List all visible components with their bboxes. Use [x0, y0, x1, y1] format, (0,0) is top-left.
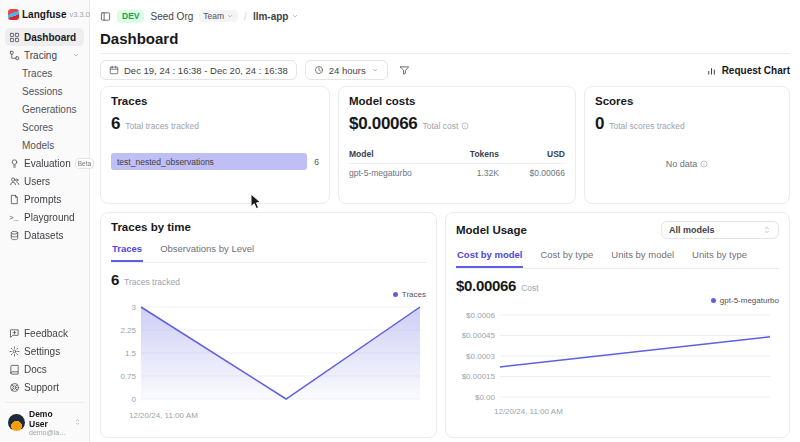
tab-cost-by-type[interactable]: Cost by type: [539, 245, 594, 268]
sidebar-item-scores[interactable]: Scores: [5, 118, 84, 136]
svg-text:$0.00: $0.00: [475, 393, 496, 402]
card-title: Traces by time: [111, 221, 426, 233]
card-title: Traces: [111, 95, 319, 107]
org-plan-badge[interactable]: Team: [199, 10, 238, 22]
kpi-card-row: Traces 6 Total traces tracked test_neste…: [100, 86, 790, 204]
org-name[interactable]: Seed Org: [150, 11, 193, 22]
breadcrumb-separator: /: [244, 11, 247, 22]
user-menu[interactable]: Demo User demo@langfuse.c...: [5, 402, 84, 436]
sidebar-item-generations[interactable]: Generations: [5, 100, 84, 118]
chevron-down-icon: [291, 12, 299, 20]
bar-chart-icon: [706, 65, 717, 76]
project-switcher[interactable]: llm-app: [253, 11, 300, 22]
svg-text:12/20/24, 11:00 AM: 12/20/24, 11:00 AM: [494, 407, 563, 416]
filter-button[interactable]: [396, 62, 413, 79]
book-icon: [9, 364, 20, 375]
sidebar-item-playground[interactable]: >_ Playground: [5, 209, 84, 227]
scores-total: 0: [595, 114, 604, 134]
lightbulb-icon: [9, 158, 20, 169]
no-data-message: No data: [585, 159, 789, 169]
card-title: Model Usage: [456, 224, 527, 236]
sidebar-item-users[interactable]: Users: [5, 173, 84, 191]
avatar: [8, 414, 25, 431]
info-icon: [700, 160, 708, 168]
chart-card-row: Traces by time Traces Observations by Le…: [100, 212, 790, 438]
model-costs-card: Model costs $0.00066 Total cost Model To…: [338, 86, 576, 204]
page-title: Dashboard: [100, 30, 790, 47]
model-name-cell: gpt-5-megaturbo: [349, 168, 437, 178]
date-range-picker[interactable]: Dec 19, 24 : 16:38 - Dec 20, 24 : 16:38: [100, 60, 297, 80]
sidebar-item-datasets[interactable]: Datasets: [5, 227, 84, 245]
tab-units-by-type[interactable]: Units by type: [691, 245, 748, 268]
model-usage-chart: $0.00$0.00015$0.0003$0.00045$0.000612/20…: [456, 305, 778, 417]
svg-text:$0.00015: $0.00015: [462, 372, 496, 381]
scores-card: Scores 0 Total scores tracked No data: [584, 86, 790, 204]
lifebuoy-icon: [9, 382, 20, 393]
request-chart-button[interactable]: Request Chart: [706, 65, 790, 76]
beta-badge: Beta: [75, 158, 94, 170]
tab-observations-by-level[interactable]: Observations by Level: [159, 239, 255, 262]
sidebar-item-settings[interactable]: Settings: [5, 343, 84, 361]
traces-card: Traces 6 Total traces tracked test_neste…: [100, 86, 330, 204]
sidebar-item-feedback[interactable]: Feedback: [5, 325, 84, 343]
sidebar-item-tracing[interactable]: Tracing: [5, 46, 84, 64]
traces-by-time-card: Traces by time Traces Observations by Le…: [100, 212, 437, 438]
sidebar-item-models[interactable]: Models: [5, 136, 84, 154]
svg-text:$0.00045: $0.00045: [462, 331, 496, 340]
model-usage-card: Model Usage All models Cost by model Cos…: [445, 212, 790, 438]
svg-text:12/20/24, 11:00 AM: 12/20/24, 11:00 AM: [129, 411, 198, 420]
gear-icon: [9, 346, 20, 357]
sidebar: Langfuse v3.3.0 Dashboard Tracing Traces…: [0, 0, 90, 442]
traces-by-time-chart: 00.751.52.25312/20/24, 11:00 AM: [111, 299, 425, 421]
tab-units-by-model[interactable]: Units by model: [610, 245, 675, 268]
sidebar-item-docs[interactable]: Docs: [5, 361, 84, 379]
model-costs-table: Model Tokens USD gpt-5-megaturbo 1.32K $…: [349, 145, 565, 182]
sidebar-item-dashboard[interactable]: Dashboard: [5, 28, 84, 46]
usd-cell: $0.00066: [499, 168, 565, 178]
traces-by-time-tabs: Traces Observations by Level: [111, 239, 426, 263]
time-window-select[interactable]: 24 hours: [305, 60, 388, 80]
table-row: gpt-5-megaturbo 1.32K $0.00066: [349, 164, 565, 182]
legend-dot: [393, 292, 398, 297]
file-icon: [9, 194, 20, 205]
model-filter-select[interactable]: All models: [661, 221, 779, 239]
tokens-cell: 1.32K: [437, 168, 499, 178]
svg-text:$0.0006: $0.0006: [466, 311, 495, 320]
chart-legend: gpt-5-megaturbo: [456, 296, 779, 305]
sidebar-item-support[interactable]: Support: [5, 379, 84, 397]
cost-value: $0.00066: [456, 277, 516, 294]
total-cost: $0.00066: [349, 114, 418, 134]
app-name: Langfuse: [22, 9, 66, 20]
sidebar-toggle-icon[interactable]: [100, 11, 111, 22]
app-logo[interactable]: Langfuse v3.3.0: [5, 7, 84, 28]
database-icon: [9, 230, 20, 241]
sidebar-item-traces[interactable]: Traces: [5, 64, 84, 82]
env-badge: DEV: [117, 10, 144, 23]
svg-text:2.25: 2.25: [120, 326, 136, 335]
message-plus-icon: [9, 328, 20, 339]
sidebar-item-sessions[interactable]: Sessions: [5, 82, 84, 100]
traces-total: 6: [111, 114, 120, 134]
main-content: DEV Seed Org Team / llm-app Dashboard De…: [90, 0, 800, 438]
trace-name-bar[interactable]: test_nested_observations: [111, 153, 307, 170]
filter-bar: Dec 19, 24 : 16:38 - Dec 20, 24 : 16:38 …: [100, 60, 790, 80]
trace-name-bar-row: test_nested_observations 6: [111, 153, 319, 170]
sidebar-item-evaluation[interactable]: Evaluation Beta: [5, 154, 84, 173]
langfuse-logo-icon: [8, 9, 19, 20]
model-usage-tabs: Cost by model Cost by type Units by mode…: [456, 245, 779, 269]
topbar: DEV Seed Org Team / llm-app: [100, 6, 790, 26]
funnel-icon: [399, 65, 410, 76]
tab-cost-by-model[interactable]: Cost by model: [456, 245, 523, 268]
chevrons-up-down-icon: [74, 418, 81, 426]
chevrons-up-down-icon: [763, 226, 771, 234]
svg-text:$0.0003: $0.0003: [466, 352, 495, 361]
card-title: Scores: [595, 95, 779, 107]
app-version: v3.3.0: [69, 10, 89, 19]
info-icon: [461, 122, 469, 130]
tab-traces[interactable]: Traces: [111, 239, 143, 262]
tracing-workflow-icon: [9, 50, 20, 61]
chart-legend: Traces: [111, 290, 426, 299]
sidebar-item-prompts[interactable]: Prompts: [5, 191, 84, 209]
svg-text:1.5: 1.5: [125, 349, 137, 358]
legend-dot: [711, 298, 716, 303]
